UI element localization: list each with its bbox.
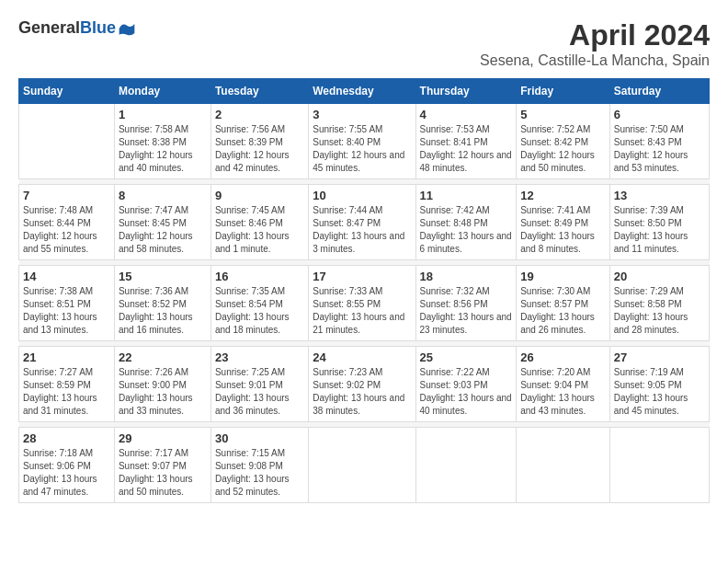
day-detail: Sunrise: 7:20 AMSunset: 9:04 PMDaylight:… <box>520 367 595 416</box>
day-number: 30 <box>215 431 304 445</box>
day-detail: Sunrise: 7:50 AMSunset: 8:43 PMDaylight:… <box>614 124 688 173</box>
calendar-cell: 13Sunrise: 7:39 AMSunset: 8:50 PMDayligh… <box>609 185 709 260</box>
calendar-cell <box>19 104 115 179</box>
day-number: 20 <box>614 270 705 283</box>
week-row-3: 14Sunrise: 7:38 AMSunset: 8:51 PMDayligh… <box>19 266 710 341</box>
day-number: 6 <box>614 108 705 121</box>
page-header: GeneralBlue April 2024 Sesena, Castille-… <box>18 18 710 69</box>
calendar-cell <box>415 428 517 503</box>
day-detail: Sunrise: 7:32 AMSunset: 8:56 PMDaylight:… <box>420 286 512 335</box>
day-detail: Sunrise: 7:39 AMSunset: 8:50 PMDaylight:… <box>614 205 688 254</box>
day-detail: Sunrise: 7:42 AMSunset: 8:48 PMDaylight:… <box>420 205 512 254</box>
day-number: 26 <box>520 350 606 364</box>
day-number: 12 <box>520 189 606 202</box>
day-number: 3 <box>313 108 411 121</box>
logo: GeneralBlue <box>18 18 136 38</box>
day-number: 28 <box>23 431 110 445</box>
day-detail: Sunrise: 7:55 AMSunset: 8:40 PMDaylight:… <box>313 124 404 173</box>
calendar-cell: 27Sunrise: 7:19 AMSunset: 9:05 PMDayligh… <box>609 347 709 422</box>
calendar-cell: 12Sunrise: 7:41 AMSunset: 8:49 PMDayligh… <box>517 185 610 260</box>
day-number: 16 <box>215 270 304 283</box>
calendar-cell: 19Sunrise: 7:30 AMSunset: 8:57 PMDayligh… <box>517 266 610 341</box>
logo-icon <box>118 19 136 38</box>
calendar-cell: 9Sunrise: 7:45 AMSunset: 8:46 PMDaylight… <box>210 185 308 260</box>
day-detail: Sunrise: 7:41 AMSunset: 8:49 PMDaylight:… <box>520 205 595 254</box>
day-number: 22 <box>119 350 207 364</box>
calendar-cell: 10Sunrise: 7:44 AMSunset: 8:47 PMDayligh… <box>309 185 415 260</box>
day-detail: Sunrise: 7:15 AMSunset: 9:08 PMDaylight:… <box>215 448 290 497</box>
day-number: 13 <box>614 189 705 202</box>
day-number: 17 <box>313 270 411 283</box>
day-detail: Sunrise: 7:22 AMSunset: 9:03 PMDaylight:… <box>420 367 512 416</box>
day-number: 18 <box>420 270 513 283</box>
day-number: 4 <box>420 108 513 121</box>
calendar-cell: 17Sunrise: 7:33 AMSunset: 8:55 PMDayligh… <box>309 266 415 341</box>
calendar-cell: 20Sunrise: 7:29 AMSunset: 8:58 PMDayligh… <box>609 266 709 341</box>
calendar-cell: 26Sunrise: 7:20 AMSunset: 9:04 PMDayligh… <box>517 347 610 422</box>
header-friday: Friday <box>517 79 610 104</box>
day-detail: Sunrise: 7:18 AMSunset: 9:06 PMDaylight:… <box>23 448 97 497</box>
calendar-cell: 6Sunrise: 7:50 AMSunset: 8:43 PMDaylight… <box>609 104 709 179</box>
day-number: 11 <box>420 189 513 202</box>
day-number: 19 <box>520 270 606 283</box>
day-number: 2 <box>215 108 304 121</box>
week-row-2: 7Sunrise: 7:48 AMSunset: 8:44 PMDaylight… <box>19 185 710 260</box>
header-saturday: Saturday <box>609 79 709 104</box>
week-row-5: 28Sunrise: 7:18 AMSunset: 9:06 PMDayligh… <box>19 428 710 503</box>
header-wednesday: Wednesday <box>309 79 415 104</box>
day-detail: Sunrise: 7:58 AMSunset: 8:38 PMDaylight:… <box>119 124 193 173</box>
calendar-cell: 28Sunrise: 7:18 AMSunset: 9:06 PMDayligh… <box>19 428 115 503</box>
day-detail: Sunrise: 7:38 AMSunset: 8:51 PMDaylight:… <box>23 286 97 335</box>
calendar-cell: 23Sunrise: 7:25 AMSunset: 9:01 PMDayligh… <box>210 347 308 422</box>
day-number: 21 <box>23 350 110 364</box>
day-number: 24 <box>313 350 411 364</box>
day-number: 7 <box>23 189 110 202</box>
calendar-cell: 5Sunrise: 7:52 AMSunset: 8:42 PMDaylight… <box>517 104 610 179</box>
week-row-4: 21Sunrise: 7:27 AMSunset: 8:59 PMDayligh… <box>19 347 710 422</box>
header-thursday: Thursday <box>415 79 517 104</box>
day-detail: Sunrise: 7:27 AMSunset: 8:59 PMDaylight:… <box>23 367 97 416</box>
calendar-cell: 24Sunrise: 7:23 AMSunset: 9:02 PMDayligh… <box>309 347 415 422</box>
day-number: 10 <box>313 189 411 202</box>
day-detail: Sunrise: 7:19 AMSunset: 9:05 PMDaylight:… <box>614 367 688 416</box>
day-number: 25 <box>420 350 513 364</box>
day-detail: Sunrise: 7:35 AMSunset: 8:54 PMDaylight:… <box>215 286 290 335</box>
day-detail: Sunrise: 7:56 AMSunset: 8:39 PMDaylight:… <box>215 124 290 173</box>
calendar-cell <box>609 428 709 503</box>
header-sunday: Sunday <box>19 79 115 104</box>
day-detail: Sunrise: 7:45 AMSunset: 8:46 PMDaylight:… <box>215 205 290 254</box>
week-row-1: 1Sunrise: 7:58 AMSunset: 8:38 PMDaylight… <box>19 104 710 179</box>
calendar-cell: 4Sunrise: 7:53 AMSunset: 8:41 PMDaylight… <box>415 104 517 179</box>
calendar-cell: 7Sunrise: 7:48 AMSunset: 8:44 PMDaylight… <box>19 185 115 260</box>
header-row: SundayMondayTuesdayWednesdayThursdayFrid… <box>19 79 710 104</box>
calendar-table: SundayMondayTuesdayWednesdayThursdayFrid… <box>18 78 710 503</box>
day-detail: Sunrise: 7:48 AMSunset: 8:44 PMDaylight:… <box>23 205 97 254</box>
calendar-cell: 25Sunrise: 7:22 AMSunset: 9:03 PMDayligh… <box>415 347 517 422</box>
day-number: 5 <box>520 108 606 121</box>
day-number: 15 <box>119 270 207 283</box>
calendar-cell: 11Sunrise: 7:42 AMSunset: 8:48 PMDayligh… <box>415 185 517 260</box>
calendar-cell <box>309 428 415 503</box>
calendar-cell: 16Sunrise: 7:35 AMSunset: 8:54 PMDayligh… <box>210 266 308 341</box>
calendar-cell: 22Sunrise: 7:26 AMSunset: 9:00 PMDayligh… <box>114 347 210 422</box>
day-detail: Sunrise: 7:17 AMSunset: 9:07 PMDaylight:… <box>119 448 193 497</box>
day-detail: Sunrise: 7:36 AMSunset: 8:52 PMDaylight:… <box>119 286 193 335</box>
day-detail: Sunrise: 7:29 AMSunset: 8:58 PMDaylight:… <box>614 286 688 335</box>
calendar-cell <box>517 428 610 503</box>
calendar-cell: 29Sunrise: 7:17 AMSunset: 9:07 PMDayligh… <box>114 428 210 503</box>
day-number: 29 <box>119 431 207 445</box>
main-title: April 2024 <box>480 18 710 52</box>
calendar-cell: 1Sunrise: 7:58 AMSunset: 8:38 PMDaylight… <box>114 104 210 179</box>
calendar-cell: 3Sunrise: 7:55 AMSunset: 8:40 PMDaylight… <box>309 104 415 179</box>
header-monday: Monday <box>114 79 210 104</box>
day-number: 9 <box>215 189 304 202</box>
day-detail: Sunrise: 7:52 AMSunset: 8:42 PMDaylight:… <box>520 124 595 173</box>
day-number: 1 <box>119 108 207 121</box>
day-detail: Sunrise: 7:30 AMSunset: 8:57 PMDaylight:… <box>520 286 595 335</box>
day-detail: Sunrise: 7:33 AMSunset: 8:55 PMDaylight:… <box>313 286 404 335</box>
day-detail: Sunrise: 7:25 AMSunset: 9:01 PMDaylight:… <box>215 367 290 416</box>
day-number: 23 <box>215 350 304 364</box>
title-area: April 2024 Sesena, Castille-La Mancha, S… <box>480 18 710 69</box>
calendar-cell: 30Sunrise: 7:15 AMSunset: 9:08 PMDayligh… <box>210 428 308 503</box>
calendar-cell: 21Sunrise: 7:27 AMSunset: 8:59 PMDayligh… <box>19 347 115 422</box>
